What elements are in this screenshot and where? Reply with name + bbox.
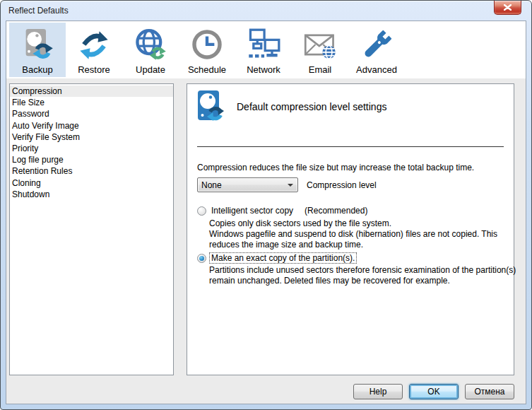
list-item-log-file-purge[interactable]: Log file purge — [10, 154, 173, 165]
titlebar[interactable]: Reflect Defaults — [1, 1, 531, 20]
recommended-badge: (Recommended) — [305, 206, 367, 216]
restore-icon — [77, 28, 111, 62]
list-item-verify-file-system[interactable]: Verify File System — [10, 131, 173, 143]
panel-heading: Default compression level settings — [237, 101, 386, 112]
category-toolbar: Backup Restore — [6, 21, 526, 78]
toolbar-button-update[interactable]: Update — [122, 23, 179, 77]
toolbar-button-backup[interactable]: Backup — [9, 23, 66, 77]
toolbar-label: Advanced — [356, 64, 397, 75]
separator — [197, 146, 504, 147]
option-description: Partitions include unused sectors theref… — [209, 265, 521, 286]
option-description: Windows pagefile and suspend to disk (hi… — [209, 229, 521, 250]
toolbar-label: Network — [247, 64, 280, 75]
backup-icon — [20, 28, 54, 62]
radio-exact-copy[interactable]: Make an exact copy of the partition(s). — [197, 253, 356, 263]
option-description: Copies only disk sectors used by the fil… — [209, 218, 521, 229]
schedule-icon — [190, 28, 224, 62]
content-area: Compression File Size Password Auto Veri… — [6, 78, 526, 404]
disk-backup-icon — [197, 90, 224, 125]
toolbar-button-restore[interactable]: Restore — [66, 23, 122, 77]
toolbar-label: Update — [136, 64, 165, 75]
toolbar-label: Restore — [78, 64, 110, 75]
cancel-button[interactable]: Отмена — [465, 384, 514, 399]
radio-label: Intelligent sector copy — [210, 206, 295, 216]
list-item-password[interactable]: Password — [10, 108, 173, 119]
radio-label: Make an exact copy of the partition(s). — [210, 253, 356, 263]
compression-level-label: Compression level — [307, 180, 377, 190]
settings-category-list: Compression File Size Password Auto Veri… — [9, 83, 174, 375]
radio-icon[interactable] — [197, 254, 206, 263]
list-item-priority[interactable]: Priority — [10, 143, 173, 154]
network-icon — [247, 28, 280, 62]
list-item-auto-verify-image[interactable]: Auto Verify Image — [10, 120, 173, 131]
email-icon — [303, 28, 337, 62]
toolbar-button-email[interactable]: Email — [292, 23, 348, 77]
list-item-compression[interactable]: Compression — [10, 86, 173, 97]
toolbar-button-schedule[interactable]: Schedule — [179, 23, 235, 77]
compression-level-select[interactable]: None — [197, 177, 298, 192]
update-icon — [134, 28, 167, 62]
compression-settings-panel: Default compression level settings Compr… — [187, 83, 514, 375]
chevron-down-icon — [288, 184, 293, 187]
close-icon — [504, 4, 512, 11]
toolbar-label: Backup — [22, 64, 52, 75]
ok-button[interactable]: OK — [409, 384, 459, 399]
close-button[interactable] — [494, 1, 521, 15]
list-item-shutdown[interactable]: Shutdown — [10, 189, 173, 200]
help-button[interactable]: Help — [353, 384, 403, 399]
dialog-body: Backup Restore — [6, 20, 526, 404]
compression-level-value: None — [201, 180, 222, 190]
toolbar-button-advanced[interactable]: Advanced — [348, 23, 405, 77]
toolbar-label: Schedule — [188, 64, 226, 75]
radio-intelligent-sector-copy[interactable]: Intelligent sector copy (Recommended) — [197, 206, 367, 216]
list-item-file-size[interactable]: File Size — [10, 97, 173, 108]
toolbar-button-network[interactable]: Network — [235, 23, 292, 77]
list-item-cloning[interactable]: Cloning — [10, 177, 173, 189]
radio-icon[interactable] — [197, 206, 206, 216]
advanced-icon — [360, 28, 394, 62]
compression-intro-text: Compression reduces the file size but ma… — [197, 163, 474, 172]
toolbar-label: Email — [309, 64, 332, 75]
window-title: Reflect Defaults — [8, 6, 69, 16]
dialog-buttons: Help OK Отмена — [353, 384, 514, 399]
reflect-defaults-dialog: Reflect Defaults Backup — [0, 0, 532, 410]
list-item-retention-rules[interactable]: Retention Rules — [10, 165, 173, 177]
